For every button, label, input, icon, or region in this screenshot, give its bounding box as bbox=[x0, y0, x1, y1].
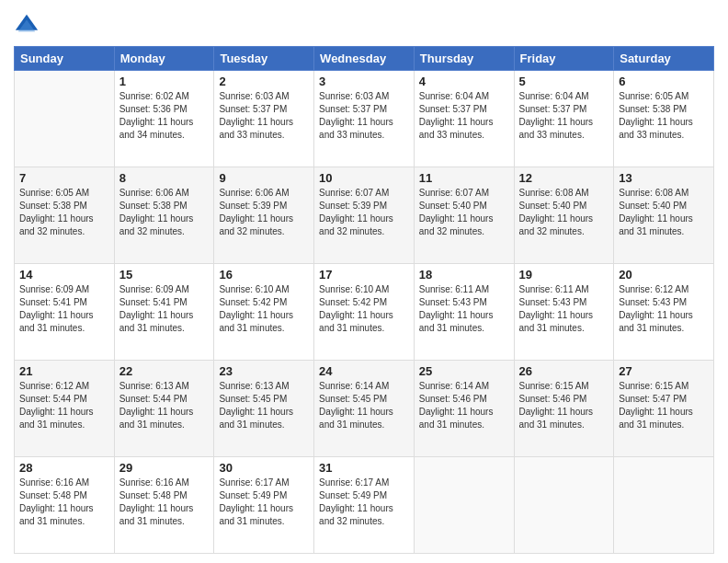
calendar-header-monday: Monday bbox=[114, 47, 214, 71]
calendar-cell: 22Sunrise: 6:13 AM Sunset: 5:44 PM Dayli… bbox=[114, 361, 214, 457]
day-info: Sunrise: 6:04 AM Sunset: 5:37 PM Dayligh… bbox=[419, 90, 509, 142]
day-number: 11 bbox=[419, 171, 509, 185]
header bbox=[14, 9, 714, 39]
day-number: 30 bbox=[219, 461, 309, 475]
calendar-cell: 13Sunrise: 6:08 AM Sunset: 5:40 PM Dayli… bbox=[614, 167, 714, 264]
day-number: 26 bbox=[519, 364, 609, 378]
calendar-cell: 8Sunrise: 6:06 AM Sunset: 5:38 PM Daylig… bbox=[114, 167, 214, 264]
day-number: 8 bbox=[119, 171, 210, 185]
calendar-header-sunday: Sunday bbox=[15, 47, 115, 71]
calendar-header-saturday: Saturday bbox=[614, 47, 714, 71]
calendar-header-wednesday: Wednesday bbox=[314, 47, 415, 71]
day-number: 23 bbox=[219, 364, 309, 378]
day-number: 10 bbox=[319, 171, 409, 185]
day-number: 28 bbox=[19, 461, 109, 475]
calendar-week-row: 14Sunrise: 6:09 AM Sunset: 5:41 PM Dayli… bbox=[15, 264, 714, 361]
calendar-cell: 21Sunrise: 6:12 AM Sunset: 5:44 PM Dayli… bbox=[15, 361, 115, 457]
day-number: 7 bbox=[19, 171, 109, 185]
calendar-cell: 5Sunrise: 6:04 AM Sunset: 5:37 PM Daylig… bbox=[514, 71, 614, 167]
logo-icon bbox=[14, 13, 40, 39]
calendar-cell: 7Sunrise: 6:05 AM Sunset: 5:38 PM Daylig… bbox=[15, 167, 115, 264]
calendar-header-tuesday: Tuesday bbox=[214, 47, 314, 71]
calendar-cell: 27Sunrise: 6:15 AM Sunset: 5:47 PM Dayli… bbox=[614, 361, 714, 457]
day-info: Sunrise: 6:08 AM Sunset: 5:40 PM Dayligh… bbox=[619, 187, 709, 238]
calendar-cell: 11Sunrise: 6:07 AM Sunset: 5:40 PM Dayli… bbox=[414, 167, 514, 264]
calendar-cell: 24Sunrise: 6:14 AM Sunset: 5:45 PM Dayli… bbox=[314, 361, 415, 457]
day-info: Sunrise: 6:11 AM Sunset: 5:43 PM Dayligh… bbox=[419, 283, 509, 335]
calendar-cell: 23Sunrise: 6:13 AM Sunset: 5:45 PM Dayli… bbox=[214, 361, 314, 457]
day-number: 6 bbox=[619, 75, 709, 88]
calendar-cell: 1Sunrise: 6:02 AM Sunset: 5:36 PM Daylig… bbox=[114, 71, 214, 167]
day-number: 4 bbox=[419, 75, 509, 88]
calendar-cell: 6Sunrise: 6:05 AM Sunset: 5:38 PM Daylig… bbox=[614, 71, 714, 167]
day-info: Sunrise: 6:07 AM Sunset: 5:40 PM Dayligh… bbox=[419, 187, 509, 238]
calendar-cell: 12Sunrise: 6:08 AM Sunset: 5:40 PM Dayli… bbox=[514, 167, 614, 264]
day-number: 31 bbox=[319, 461, 409, 475]
calendar-week-row: 7Sunrise: 6:05 AM Sunset: 5:38 PM Daylig… bbox=[15, 167, 714, 264]
day-number: 20 bbox=[619, 268, 709, 282]
calendar-cell: 29Sunrise: 6:16 AM Sunset: 5:48 PM Dayli… bbox=[114, 457, 214, 554]
calendar-cell: 9Sunrise: 6:06 AM Sunset: 5:39 PM Daylig… bbox=[214, 167, 314, 264]
calendar-cell: 28Sunrise: 6:16 AM Sunset: 5:48 PM Dayli… bbox=[15, 457, 115, 554]
calendar-header-friday: Friday bbox=[514, 47, 614, 71]
day-number: 9 bbox=[219, 171, 309, 185]
day-info: Sunrise: 6:07 AM Sunset: 5:39 PM Dayligh… bbox=[319, 187, 409, 238]
day-number: 24 bbox=[319, 364, 409, 378]
page: SundayMondayTuesdayWednesdayThursdayFrid… bbox=[0, 0, 728, 563]
calendar-cell: 31Sunrise: 6:17 AM Sunset: 5:49 PM Dayli… bbox=[314, 457, 415, 554]
day-info: Sunrise: 6:03 AM Sunset: 5:37 PM Dayligh… bbox=[219, 90, 309, 142]
day-number: 12 bbox=[519, 171, 609, 185]
calendar-cell: 16Sunrise: 6:10 AM Sunset: 5:42 PM Dayli… bbox=[214, 264, 314, 361]
day-info: Sunrise: 6:05 AM Sunset: 5:38 PM Dayligh… bbox=[619, 90, 709, 142]
day-number: 3 bbox=[319, 75, 409, 88]
day-info: Sunrise: 6:06 AM Sunset: 5:39 PM Dayligh… bbox=[219, 187, 309, 238]
calendar-week-row: 21Sunrise: 6:12 AM Sunset: 5:44 PM Dayli… bbox=[15, 361, 714, 457]
calendar-cell bbox=[514, 457, 614, 554]
calendar-week-row: 28Sunrise: 6:16 AM Sunset: 5:48 PM Dayli… bbox=[15, 457, 714, 554]
day-info: Sunrise: 6:03 AM Sunset: 5:37 PM Dayligh… bbox=[319, 90, 409, 142]
day-number: 16 bbox=[219, 268, 309, 282]
day-number: 1 bbox=[119, 75, 210, 88]
calendar-cell: 15Sunrise: 6:09 AM Sunset: 5:41 PM Dayli… bbox=[114, 264, 214, 361]
calendar-cell: 18Sunrise: 6:11 AM Sunset: 5:43 PM Dayli… bbox=[414, 264, 514, 361]
day-info: Sunrise: 6:15 AM Sunset: 5:47 PM Dayligh… bbox=[619, 380, 709, 431]
day-info: Sunrise: 6:04 AM Sunset: 5:37 PM Dayligh… bbox=[519, 90, 609, 142]
day-info: Sunrise: 6:09 AM Sunset: 5:41 PM Dayligh… bbox=[119, 283, 210, 335]
calendar-table: SundayMondayTuesdayWednesdayThursdayFrid… bbox=[14, 46, 714, 554]
calendar-cell: 10Sunrise: 6:07 AM Sunset: 5:39 PM Dayli… bbox=[314, 167, 415, 264]
day-info: Sunrise: 6:13 AM Sunset: 5:45 PM Dayligh… bbox=[219, 380, 309, 431]
calendar-cell: 17Sunrise: 6:10 AM Sunset: 5:42 PM Dayli… bbox=[314, 264, 415, 361]
calendar-cell bbox=[15, 71, 115, 167]
calendar-cell: 25Sunrise: 6:14 AM Sunset: 5:46 PM Dayli… bbox=[414, 361, 514, 457]
calendar-cell: 3Sunrise: 6:03 AM Sunset: 5:37 PM Daylig… bbox=[314, 71, 415, 167]
day-number: 5 bbox=[519, 75, 609, 88]
logo bbox=[14, 13, 42, 39]
day-number: 2 bbox=[219, 75, 309, 88]
day-info: Sunrise: 6:17 AM Sunset: 5:49 PM Dayligh… bbox=[319, 477, 409, 528]
day-number: 27 bbox=[619, 364, 709, 378]
day-info: Sunrise: 6:13 AM Sunset: 5:44 PM Dayligh… bbox=[119, 380, 210, 431]
calendar-cell: 20Sunrise: 6:12 AM Sunset: 5:43 PM Dayli… bbox=[614, 264, 714, 361]
day-number: 25 bbox=[419, 364, 509, 378]
day-number: 22 bbox=[119, 364, 210, 378]
calendar-cell: 14Sunrise: 6:09 AM Sunset: 5:41 PM Dayli… bbox=[15, 264, 115, 361]
day-info: Sunrise: 6:05 AM Sunset: 5:38 PM Dayligh… bbox=[19, 187, 109, 238]
day-number: 21 bbox=[19, 364, 109, 378]
calendar-cell bbox=[414, 457, 514, 554]
day-number: 14 bbox=[19, 268, 109, 282]
day-number: 15 bbox=[119, 268, 210, 282]
day-info: Sunrise: 6:14 AM Sunset: 5:45 PM Dayligh… bbox=[319, 380, 409, 431]
calendar-cell: 19Sunrise: 6:11 AM Sunset: 5:43 PM Dayli… bbox=[514, 264, 614, 361]
day-info: Sunrise: 6:06 AM Sunset: 5:38 PM Dayligh… bbox=[119, 187, 210, 238]
day-number: 29 bbox=[119, 461, 210, 475]
calendar-cell: 30Sunrise: 6:17 AM Sunset: 5:49 PM Dayli… bbox=[214, 457, 314, 554]
day-number: 17 bbox=[319, 268, 409, 282]
day-number: 19 bbox=[519, 268, 609, 282]
day-info: Sunrise: 6:17 AM Sunset: 5:49 PM Dayligh… bbox=[219, 477, 309, 528]
day-number: 18 bbox=[419, 268, 509, 282]
calendar-cell: 2Sunrise: 6:03 AM Sunset: 5:37 PM Daylig… bbox=[214, 71, 314, 167]
day-info: Sunrise: 6:08 AM Sunset: 5:40 PM Dayligh… bbox=[519, 187, 609, 238]
day-info: Sunrise: 6:12 AM Sunset: 5:44 PM Dayligh… bbox=[19, 380, 109, 431]
day-info: Sunrise: 6:12 AM Sunset: 5:43 PM Dayligh… bbox=[619, 283, 709, 335]
calendar-header-row: SundayMondayTuesdayWednesdayThursdayFrid… bbox=[15, 47, 714, 71]
